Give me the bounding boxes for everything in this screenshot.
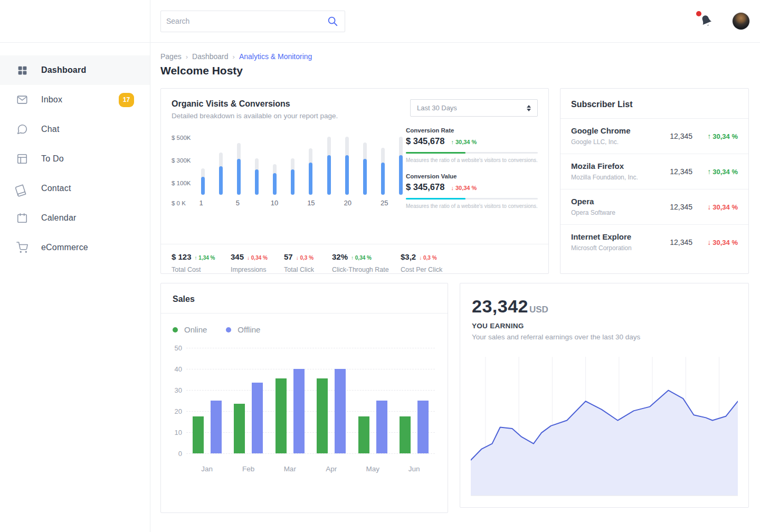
offline-bar [211, 401, 222, 453]
conversion-metrics: Conversion Rate$ 345,678↑ 30,34 %Measure… [406, 127, 538, 244]
bar-group-jan [192, 401, 222, 453]
notifications-button[interactable] [700, 14, 714, 28]
down-arrow-icon: ↓ [707, 238, 711, 246]
stat-label: Total Click [284, 266, 332, 273]
offline-bar [417, 401, 429, 453]
organic-bars [201, 136, 403, 195]
notification-dot [696, 11, 701, 16]
legend-item-offline[interactable]: Offline [226, 325, 260, 334]
metric-value: $ 345,678 [406, 182, 444, 192]
subscriber-name: Opera [571, 197, 615, 206]
stat-value: 32% [332, 252, 348, 261]
offline-bar [293, 369, 305, 453]
date-range-select[interactable]: Last 30 Days [410, 99, 538, 117]
gridline [186, 453, 435, 454]
subscriber-name: Google Chrome [571, 126, 631, 135]
up-arrow-icon: ↑ [707, 132, 711, 140]
sidebar-item-contact[interactable]: Contact [0, 174, 150, 203]
metric-progress-fill [406, 198, 466, 200]
contact-icon [16, 182, 28, 195]
sales-x-axis: JanFebMarAprMayJun [186, 465, 435, 473]
conversion-metric: Conversion Rate$ 345,678↑ 30,34 %Measure… [406, 127, 538, 163]
metric-progress-track [406, 198, 538, 200]
organic-card-title: Organic Visits & Conversions [172, 99, 338, 109]
metric-change: ↑ 30,34 % [451, 139, 477, 145]
sidebar-item-label: Calendar [41, 213, 77, 223]
y-tick-label: $ 500K [172, 135, 191, 141]
stat-label: Cost Per Click [401, 266, 474, 273]
subscriber-rows: Google ChromeGoogle LLC, Inc.12,345↑30,3… [560, 119, 748, 260]
user-avatar[interactable] [733, 13, 749, 30]
organic-bar [201, 136, 205, 195]
stat-total-cost: $ 123↑ 1,34 %Total Cost [172, 252, 231, 273]
subscriber-value: 12,345 [670, 203, 692, 211]
chat-icon [16, 123, 28, 136]
x-tick-label: 20 [344, 199, 352, 207]
y-tick-label: $ 100K [172, 180, 191, 186]
sidebar-item-to-do[interactable]: To Do [0, 144, 150, 174]
y-tick-label: 0 [168, 450, 182, 458]
breadcrumb-separator: › [233, 53, 235, 61]
bar-group-may [358, 401, 387, 453]
online-bar [358, 416, 369, 453]
bar-group-feb [234, 383, 263, 453]
logo-area [0, 0, 150, 43]
organic-bar [345, 136, 349, 195]
stat-label: Impressions [231, 266, 284, 273]
conversion-metric: Conversion Value$ 345,678↓ 30,34 %Measur… [406, 173, 538, 209]
todo-icon [16, 153, 28, 165]
sidebar-item-calendar[interactable]: Calendar [0, 203, 150, 233]
organic-bar [237, 136, 241, 195]
online-bar [193, 416, 204, 453]
organic-bar [399, 136, 403, 195]
x-tick-label: May [358, 465, 387, 473]
x-tick-label: 5 [236, 199, 240, 207]
top-bar [150, 0, 760, 43]
breadcrumb-item[interactable]: Analytics & Monitoring [239, 52, 312, 61]
sidebar-item-inbox[interactable]: Inbox17 [0, 85, 150, 115]
date-range-value: Last 30 Days [417, 104, 457, 112]
organic-x-axis: 1510152025 [201, 196, 403, 208]
organic-y-axis: $ 0 K$ 100K$ 300K$ 500K [172, 134, 199, 208]
organic-stats-row: $ 123↑ 1,34 %Total Cost345↓ 0,34 %Impres… [161, 244, 548, 273]
subscriber-value: 12,345 [670, 132, 692, 140]
sales-bar-chart: 01020304050JanFebMarAprMayJun [168, 348, 435, 512]
sidebar-item-dashboard[interactable]: Dashboard [0, 55, 150, 85]
y-tick-label: 10 [168, 429, 182, 436]
online-bar [234, 404, 245, 453]
x-tick-label: Jan [192, 465, 222, 473]
earning-amount: 23,342 [472, 296, 528, 316]
metric-change: ↓ 30,34 % [451, 185, 477, 191]
metric-label: Conversion Rate [406, 127, 538, 134]
offline-bar [335, 369, 346, 453]
stat-change: ↑ 0,34 % [351, 255, 372, 261]
breadcrumb-item[interactable]: Pages [160, 52, 182, 61]
sidebar-nav: DashboardInbox17ChatTo DoContactCalendar… [0, 55, 150, 262]
x-tick-label: 25 [381, 199, 388, 207]
sidebar-item-label: Inbox [41, 95, 62, 104]
sales-legend: OnlineOffline [161, 314, 448, 336]
breadcrumb-item[interactable]: Dashboard [192, 52, 229, 61]
legend-item-online[interactable]: Online [173, 325, 207, 334]
x-tick-label: 1 [199, 199, 203, 207]
organic-bar-chart: $ 0 K$ 100K$ 300K$ 500K 1510152025 [172, 127, 406, 244]
subscriber-name: Mozila Firefox [571, 162, 638, 170]
sidebar-item-chat[interactable]: Chat [0, 115, 150, 144]
search-icon[interactable] [327, 15, 338, 27]
sidebar-item-label: Chat [41, 125, 60, 134]
subscriber-company: Microsoft Corporation [571, 244, 632, 252]
subscriber-company: Opera Software [571, 209, 615, 216]
metric-value: $ 345,678 [406, 136, 444, 146]
organic-bar [273, 136, 277, 195]
subscriber-change: ↓30,34 % [692, 238, 738, 246]
breadcrumb-separator: › [186, 53, 188, 61]
search-box [160, 11, 345, 32]
search-input[interactable] [166, 17, 327, 25]
metric-progress-fill [406, 152, 466, 154]
earning-currency: USD [529, 305, 548, 315]
stat-value: 57 [284, 252, 293, 261]
sidebar-item-ecommerce[interactable]: eCommerce [0, 233, 150, 262]
sidebar-item-label: Contact [41, 184, 71, 193]
subscriber-list-card: Subscriber List Google ChromeGoogle LLC,… [560, 88, 749, 274]
area-chart-svg [471, 355, 738, 500]
